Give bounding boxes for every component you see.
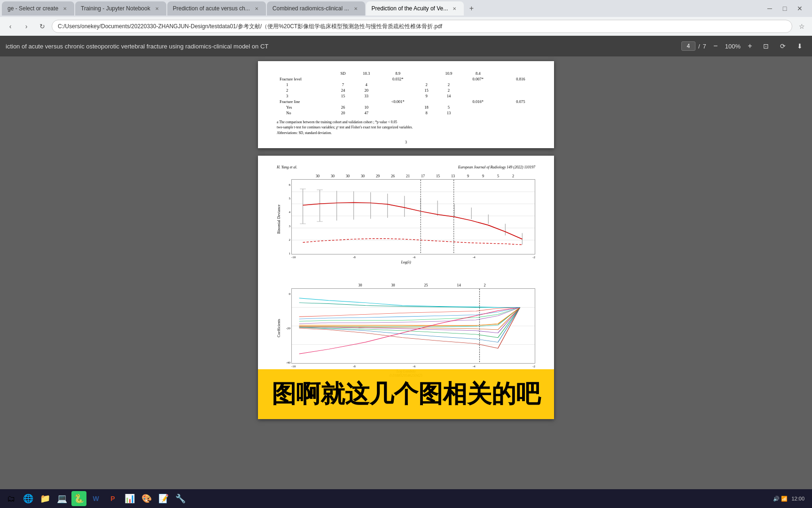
tab-combined[interactable]: Combined radiomics-clinical ... ✕: [267, 1, 365, 16]
taskbar-code-icon[interactable]: 💻: [55, 491, 70, 506]
top-num: 2: [506, 174, 521, 178]
taskbar-powerpoint-icon[interactable]: P: [105, 491, 120, 506]
taskbar-folder-icon[interactable]: 📁: [38, 491, 53, 506]
page-separator: /: [698, 43, 700, 50]
table-cell: 0.075: [506, 99, 535, 104]
taskbar-app4-icon[interactable]: 🔧: [173, 491, 188, 506]
page2-header: H. Yang et al. European Journal of Radio…: [277, 165, 535, 169]
address-bar-row: ‹ › ↻ C:/Users/onekey/Documents/20220330…: [0, 17, 812, 36]
browser-frame: ge - Select or create ✕ Training - Jupyt…: [0, 0, 812, 36]
tab-label: Prediction of the Acuity of Ve...: [372, 5, 448, 12]
tab-jupyter[interactable]: Training - Jupyter Notebook ✕: [75, 1, 166, 16]
subtitle-overlay: 图啊就这几个图相关的吧: [258, 369, 554, 419]
taskbar-browser-icon[interactable]: 🌐: [21, 491, 36, 506]
x-tick: -10: [291, 255, 296, 259]
top-num: 9: [461, 174, 476, 178]
tab-close-acuity[interactable]: ✕: [451, 5, 458, 12]
table-cell: 15: [332, 93, 354, 99]
forward-button[interactable]: ›: [20, 20, 33, 33]
top-num: 2: [476, 283, 494, 287]
table-cell: 33: [354, 93, 379, 99]
table-cell: 18: [417, 104, 436, 110]
taskbar-time: 🔊 📶: [773, 496, 788, 502]
table-row: Yes 26 10 18 5: [277, 104, 535, 110]
top-num: 14: [443, 283, 476, 287]
y-tick: -20: [286, 326, 290, 330]
taskbar-right: 🔊 📶 12:00: [773, 496, 808, 502]
bookmark-button[interactable]: ☆: [795, 20, 808, 33]
page-number-input[interactable]: [681, 41, 695, 51]
table-cell: 9: [417, 93, 436, 99]
tab-prediction-acute[interactable]: Prediction of acute versus ch... ✕: [167, 1, 266, 16]
tab-label: Prediction of acute versus ch...: [173, 5, 250, 12]
table-cell: [495, 71, 506, 76]
tab-close-combined[interactable]: ✕: [352, 5, 359, 12]
pdf-page-control: / 7: [681, 41, 706, 51]
y-tick: -40: [286, 361, 290, 365]
pdf-content-area: SD 10.3 8.9 10.9 8.4 Fracture level 0.03…: [0, 56, 812, 489]
chart2-wrapper: Coefficients 0 -20 -40: [277, 288, 535, 368]
table-row: No 20 47 8 13: [277, 110, 535, 116]
close-button[interactable]: ✕: [793, 2, 806, 15]
rotate-button[interactable]: ⟳: [776, 40, 789, 53]
table-cell: 2: [277, 87, 332, 93]
download-button[interactable]: ⬇: [793, 40, 806, 53]
footnote: a The comparison between the training co…: [277, 119, 535, 135]
x-tick: -10: [291, 365, 296, 368]
chart1-top-numbers: 30 30 30 30 29 26 21 17 15 13 9 9 5 2: [291, 174, 521, 178]
taskbar-app1-icon[interactable]: 📊: [122, 491, 137, 506]
table-cell: 1: [277, 82, 332, 87]
address-input[interactable]: C:/Users/onekey/Documents/20220330-ZHANG…: [52, 20, 792, 33]
tab-ge[interactable]: ge - Select or create ✕: [2, 1, 74, 16]
back-button[interactable]: ‹: [4, 20, 17, 33]
y-tick: 2: [289, 238, 291, 242]
top-num: 5: [491, 174, 506, 178]
y-tick: 5: [289, 197, 291, 200]
table-cell: 0.007*: [461, 76, 495, 82]
top-num: 17: [415, 174, 430, 178]
address-text: C:/Users/onekey/Documents/20220330-ZHANG…: [58, 23, 442, 31]
new-tab-button[interactable]: +: [465, 2, 478, 15]
zoom-in-button[interactable]: +: [744, 40, 756, 52]
table-cell: 8.9: [379, 71, 417, 76]
table-cell: [506, 71, 535, 76]
reload-button[interactable]: ↻: [36, 20, 49, 33]
x-tick: -6: [413, 255, 415, 259]
table-cell: 2: [436, 87, 461, 93]
total-pages: 7: [703, 43, 706, 50]
minimize-button[interactable]: ─: [763, 2, 776, 15]
taskbar-app2-icon[interactable]: 🎨: [139, 491, 154, 506]
table-cell: 7: [332, 82, 354, 87]
pdf-page-2: H. Yang et al. European Journal of Radio…: [258, 156, 554, 419]
page-number: 3: [277, 140, 535, 144]
taskbar-python-icon[interactable]: 🐍: [71, 491, 86, 506]
taskbar-app3-icon[interactable]: 📝: [156, 491, 171, 506]
table-row: SD 10.3 8.9 10.9 8.4: [277, 71, 535, 76]
chart1-svg: [292, 180, 535, 254]
top-num: 30: [325, 174, 340, 178]
tab-close-jupyter[interactable]: ✕: [153, 5, 161, 12]
x-tick: -2: [532, 255, 535, 259]
tab-close-pred-acute[interactable]: ✕: [253, 5, 260, 12]
chart1-container: 30 30 30 30 29 26 21 17 15 13 9 9 5 2 Bi…: [277, 174, 535, 264]
table-cell: 8: [417, 110, 436, 116]
chart2-y-label: Coefficients: [277, 288, 281, 368]
tab-close-ge[interactable]: ✕: [61, 5, 69, 12]
x-tick: -8: [353, 365, 356, 368]
taskbar: 🗂 🌐 📁 💻 🐍 W P 📊 🎨 📝 🔧 🔊 📶 12:00: [0, 489, 812, 508]
taskbar-files-icon[interactable]: 🗂: [4, 491, 19, 506]
table-row: Fracture line <0.001* 0.016* 0.075: [277, 99, 535, 104]
maximize-button[interactable]: □: [778, 2, 791, 15]
table-cell: 3: [277, 93, 332, 99]
top-num: 29: [370, 174, 385, 178]
y-tick: 0: [289, 292, 291, 296]
fit-page-button[interactable]: ⊡: [759, 40, 773, 53]
table-cell: [417, 71, 436, 76]
zoom-out-button[interactable]: −: [710, 40, 721, 52]
chart2-container: 30 30 25 14 2 Coefficients 0 -20 -40: [277, 283, 535, 378]
chart1-wrapper: Binomial Deviance 6 5 4 3 2 1: [277, 179, 535, 259]
tab-prediction-acuity[interactable]: Prediction of the Acuity of Ve... ✕: [366, 1, 464, 16]
taskbar-word-icon[interactable]: W: [88, 491, 103, 506]
chart2-area: [291, 288, 535, 364]
table-cell: 5: [436, 104, 461, 110]
